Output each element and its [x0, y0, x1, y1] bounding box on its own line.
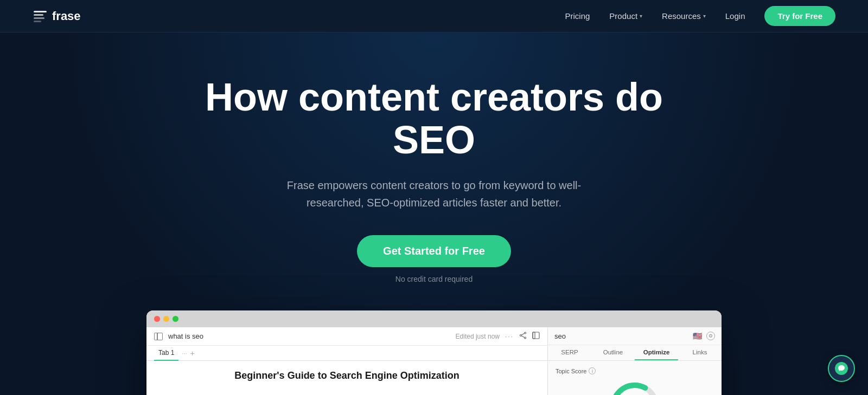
gauge-wrap: 66%: [608, 380, 662, 395]
try-free-button[interactable]: Try for Free: [764, 6, 835, 26]
sidebar-toggle-icon[interactable]: [154, 333, 163, 340]
navbar: frase Pricing Product ▾ Resources ▾ Logi…: [0, 0, 868, 33]
right-toolbar-icons: 🇺🇸 ⚙: [693, 332, 715, 340]
topic-score-info-icon: i: [589, 367, 596, 374]
edited-label: Edited just now: [456, 333, 500, 340]
no-cc-text: No credit card required: [395, 275, 473, 283]
toolbar-right: Edited just now ···: [456, 332, 540, 341]
svg-point-5: [520, 335, 522, 336]
svg-line-7: [521, 334, 524, 335]
tab-outline[interactable]: Outline: [591, 345, 635, 360]
svg-rect-3: [34, 21, 41, 22]
app-body: what is seo Edited just now ···: [146, 327, 722, 395]
left-panel: what is seo Edited just now ···: [146, 327, 548, 395]
svg-rect-9: [533, 332, 539, 339]
tab-more-icon[interactable]: ···: [182, 350, 187, 357]
gauge-chart: 66% Avg Score 45: [556, 380, 714, 395]
logo[interactable]: frase: [33, 9, 81, 24]
chat-icon: [835, 362, 848, 375]
svg-rect-0: [34, 11, 47, 12]
nav-login[interactable]: Login: [725, 11, 745, 21]
svg-rect-10: [533, 332, 535, 339]
app-titlebar: [146, 310, 722, 327]
doc-content: Beginner's Guide to Search Engine Optimi…: [146, 361, 547, 391]
tab-bar: Tab 1 ··· +: [146, 346, 547, 361]
right-content: Topic Score i 66% Avg Score 45: [548, 361, 722, 395]
app-preview: what is seo Edited just now ···: [146, 310, 722, 395]
nav-resources[interactable]: Resources ▾: [662, 11, 706, 21]
window-maximize-dot: [173, 316, 178, 322]
logo-text: frase: [52, 9, 81, 23]
nav-product[interactable]: Product ▾: [609, 11, 642, 21]
search-query: seo: [554, 332, 566, 340]
left-toolbar: what is seo Edited just now ···: [146, 327, 547, 346]
hero-title: How content creators do SEO: [190, 76, 678, 161]
doc-content-title: Beginner's Guide to Search Engine Optimi…: [157, 370, 537, 382]
svg-point-4: [525, 332, 526, 334]
tab-1[interactable]: Tab 1: [154, 346, 178, 361]
svg-point-6: [525, 337, 526, 339]
nav-links: Pricing Product ▾ Resources ▾ Login Try …: [565, 6, 836, 26]
product-chevron-icon: ▾: [640, 13, 642, 19]
right-tabs: SERP Outline Optimize Links: [548, 345, 722, 361]
svg-rect-1: [34, 14, 43, 16]
tab-serp[interactable]: SERP: [548, 345, 591, 360]
svg-rect-2: [34, 17, 44, 19]
tab-add-button[interactable]: +: [190, 349, 195, 358]
svg-line-8: [521, 336, 524, 338]
get-started-button[interactable]: Get Started for Free: [357, 235, 511, 267]
right-toolbar: seo 🇺🇸 ⚙: [548, 327, 722, 345]
resources-chevron-icon: ▾: [703, 13, 706, 19]
window-minimize-dot: [163, 316, 169, 322]
tab-links[interactable]: Links: [678, 345, 722, 360]
hero-subtitle: Frase empowers content creators to go fr…: [266, 177, 602, 211]
tab-optimize[interactable]: Optimize: [635, 345, 678, 360]
logo-icon: [33, 9, 48, 24]
topic-score-label: Topic Score i: [556, 367, 714, 374]
nav-pricing[interactable]: Pricing: [565, 11, 590, 21]
window-close-dot: [154, 316, 160, 322]
doc-title: what is seo: [168, 332, 203, 340]
flag-icon: 🇺🇸: [693, 332, 702, 340]
more-options-icon[interactable]: ···: [505, 333, 514, 340]
settings-icon[interactable]: ⚙: [706, 332, 715, 340]
hero-section: How content creators do SEO Frase empowe…: [0, 33, 868, 395]
expand-icon[interactable]: [532, 332, 540, 341]
right-panel: seo 🇺🇸 ⚙ SERP Outline Optimize Links Top…: [548, 327, 722, 395]
share-icon[interactable]: [519, 332, 527, 341]
gauge-svg: [608, 380, 662, 395]
toolbar-left: what is seo: [154, 332, 203, 340]
chat-bubble-button[interactable]: [828, 355, 855, 382]
